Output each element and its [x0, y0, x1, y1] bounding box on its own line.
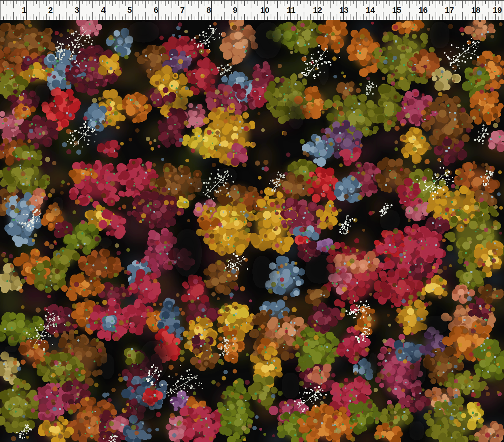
- svg-text:2: 2: [48, 5, 53, 15]
- svg-text:12: 12: [313, 5, 322, 15]
- svg-text:15: 15: [392, 5, 401, 15]
- svg-text:10: 10: [260, 5, 269, 15]
- svg-text:9: 9: [233, 5, 238, 15]
- svg-text:17: 17: [445, 5, 454, 15]
- svg-text:6: 6: [154, 5, 159, 15]
- svg-text:7: 7: [180, 5, 185, 15]
- svg-text:3: 3: [75, 5, 79, 15]
- svg-text:19: 19: [493, 5, 502, 15]
- svg-text:16: 16: [418, 5, 427, 15]
- svg-text:18: 18: [471, 5, 480, 15]
- svg-text:4: 4: [101, 5, 106, 15]
- svg-text:8: 8: [207, 5, 211, 15]
- svg-text:11: 11: [287, 5, 296, 15]
- svg-text:1: 1: [22, 5, 27, 15]
- svg-text:5: 5: [127, 5, 132, 15]
- svg-text:14: 14: [366, 5, 375, 15]
- svg-text:13: 13: [339, 5, 348, 15]
